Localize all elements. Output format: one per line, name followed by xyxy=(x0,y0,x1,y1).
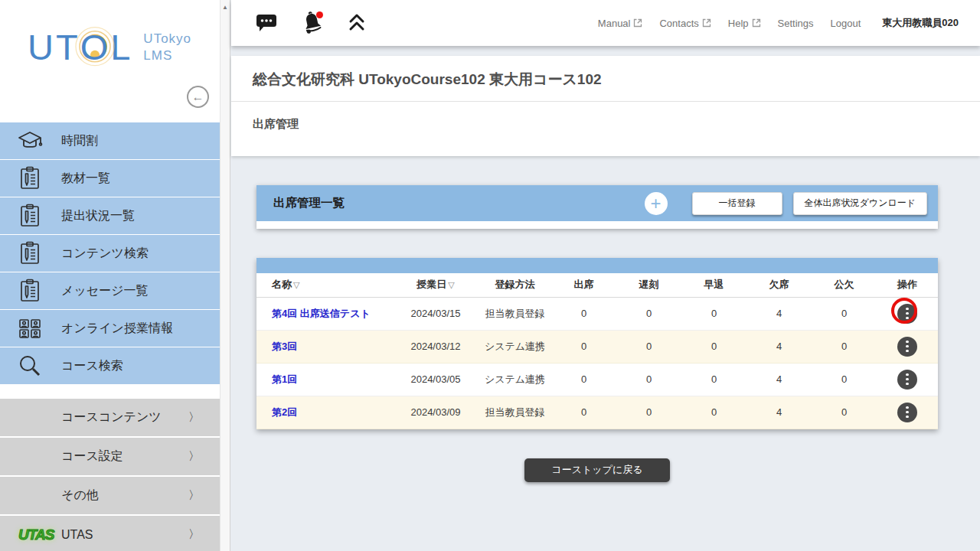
kebab-menu-icon[interactable] xyxy=(897,370,917,390)
sidebar-item-timetable[interactable]: 時間割 xyxy=(0,122,220,159)
online-class-icon xyxy=(15,318,44,339)
cell-absent: 4 xyxy=(746,330,812,363)
cell-excused: 0 xyxy=(812,297,877,330)
sidebar-group-course-contents[interactable]: コースコンテンツ 〉 xyxy=(0,399,220,436)
chevron-right-icon: 〉 xyxy=(188,449,200,464)
chevron-right-icon: 〉 xyxy=(188,527,200,542)
chat-icon[interactable] xyxy=(256,13,277,33)
topbar-links: Manual Contacts Help Settings Logout 東大用… xyxy=(598,16,959,30)
sidebar-group-course-settings[interactable]: コース設定 〉 xyxy=(0,438,220,475)
sidebar-item-label: 教材一覧 xyxy=(61,171,110,187)
cell-class-date: 2024/03/12 xyxy=(393,330,479,363)
graduation-cap-icon xyxy=(15,130,44,152)
course-title: 総合文化研究科 UTokyoCourse102 東大用コース102 xyxy=(231,56,980,102)
table-row: 第1回 2024/03/05 システム連携 0 0 0 4 0 xyxy=(256,363,938,396)
cell-late: 0 xyxy=(616,330,681,363)
header-name[interactable]: 名称▽ xyxy=(256,273,393,297)
cell-present: 0 xyxy=(551,363,616,396)
kebab-menu-icon[interactable] xyxy=(897,304,917,324)
cell-late: 0 xyxy=(616,363,681,396)
attendance-table-block: 名称▽ 授業日▽ 登録方法 出席 遅刻 早退 欠席 公欠 操作 第4回 出席送信… xyxy=(256,258,938,429)
attendance-item-link[interactable]: 第4回 出席送信テスト xyxy=(272,308,371,319)
cell-registration-method: 担当教員登録 xyxy=(479,396,551,429)
page-title: 出席管理 xyxy=(231,102,980,156)
sidebar-item-materials[interactable]: 教材一覧 xyxy=(0,160,220,197)
header-class-date[interactable]: 授業日▽ xyxy=(393,273,479,297)
cell-early-leave: 0 xyxy=(681,330,746,363)
header-early-leave: 早退 xyxy=(681,273,746,297)
attendance-item-link[interactable]: 第3回 xyxy=(272,341,297,352)
manual-link[interactable]: Manual xyxy=(598,18,643,29)
cell-registration-method: 担当教員登録 xyxy=(479,297,551,330)
content-area: 出席管理一覧 + 一括登録 全体出席状況ダウンロード 名称▽ 授業日▽ xyxy=(231,156,980,482)
attendance-item-link[interactable]: 第1回 xyxy=(272,373,297,385)
cell-excused: 0 xyxy=(812,330,877,363)
cell-early-leave: 0 xyxy=(681,297,746,330)
username: 東大用教職員020 xyxy=(882,16,959,30)
clipboard-icon xyxy=(15,241,44,266)
cell-early-leave: 0 xyxy=(681,363,746,396)
sidebar-item-label: コース検索 xyxy=(61,358,123,374)
settings-link[interactable]: Settings xyxy=(778,18,814,29)
back-button-wrap: コーストップに戻る xyxy=(256,458,938,482)
sidebar: UTOL UTokyoLMS ← 時間割 教材一覧 提出状況一覧 コンテンツ検索… xyxy=(0,0,220,551)
bulk-register-button[interactable]: 一括登録 xyxy=(692,192,782,215)
plus-icon: + xyxy=(651,194,662,213)
sidebar-group-label: その他 xyxy=(61,487,99,504)
cell-class-date: 2024/03/05 xyxy=(393,363,479,396)
sidebar-item-submission-status[interactable]: 提出状況一覧 xyxy=(0,197,220,234)
logout-link[interactable]: Logout xyxy=(831,18,861,29)
header-present: 出席 xyxy=(551,273,616,297)
topbar-icons xyxy=(256,11,366,35)
external-link-icon xyxy=(633,18,642,28)
sidebar-group-others[interactable]: その他 〉 xyxy=(0,477,220,514)
sidebar-item-label: 時間割 xyxy=(61,133,98,149)
main-area: Manual Contacts Help Settings Logout 東大用… xyxy=(231,0,980,551)
sidebar-item-label: 提出状況一覧 xyxy=(61,208,135,224)
sidebar-group-label: コースコンテンツ xyxy=(61,409,162,425)
attendance-item-link[interactable]: 第2回 xyxy=(272,406,297,418)
page-header-panel: 総合文化研究科 UTokyoCourse102 東大用コース102 出席管理 xyxy=(231,56,980,156)
cell-present: 0 xyxy=(551,330,616,363)
chevron-right-icon: 〉 xyxy=(188,488,200,503)
scrollbar-up-arrow-icon[interactable]: ▲ xyxy=(220,0,230,11)
sidebar-group-label: コース設定 xyxy=(61,448,123,465)
sort-triangle-icon[interactable]: ▽ xyxy=(448,280,454,289)
kebab-menu-icon[interactable] xyxy=(897,403,917,422)
panel-footer-strip xyxy=(256,221,938,229)
sidebar-item-content-search[interactable]: コンテンツ検索 xyxy=(0,235,220,272)
sidebar-section-gap xyxy=(0,385,220,399)
utol-logo-text: UTOL xyxy=(28,29,132,65)
add-attendance-button[interactable]: + xyxy=(645,192,668,215)
external-link-icon xyxy=(702,18,711,28)
download-all-attendance-button[interactable]: 全体出席状況ダウンロード xyxy=(793,192,927,215)
sidebar-group-label: UTAS xyxy=(61,528,93,542)
sidebar-item-online-class-info[interactable]: オンライン授業情報 xyxy=(0,310,220,347)
sidebar-scrollbar[interactable]: ▲ xyxy=(220,0,230,551)
sidebar-item-messages[interactable]: メッセージ一覧 xyxy=(0,272,220,309)
back-to-course-top-button[interactable]: コーストップに戻る xyxy=(524,458,670,482)
table-row: 第2回 2024/03/09 担当教員登録 0 0 0 4 0 xyxy=(256,396,938,429)
contacts-link[interactable]: Contacts xyxy=(659,18,710,29)
help-link[interactable]: Help xyxy=(728,18,761,29)
notifications-bell-icon[interactable] xyxy=(300,11,325,35)
sidebar-collapse-button[interactable]: ← xyxy=(187,86,209,108)
cell-class-date: 2024/03/09 xyxy=(393,396,479,429)
sidebar-item-course-search[interactable]: コース検索 xyxy=(0,347,220,384)
sort-triangle-icon[interactable]: ▽ xyxy=(293,280,299,289)
header-actions: 操作 xyxy=(877,273,938,297)
search-icon xyxy=(15,354,44,378)
table-top-strip xyxy=(256,258,938,273)
cell-absent: 4 xyxy=(746,396,812,429)
clipboard-icon xyxy=(15,166,44,191)
sidebar-item-label: メッセージ一覧 xyxy=(61,283,149,299)
clipboard-icon xyxy=(15,204,44,228)
kebab-menu-icon[interactable] xyxy=(897,337,917,357)
logo-area: UTOL UTokyoLMS ← xyxy=(0,0,220,122)
cell-registration-method: システム連携 xyxy=(479,363,551,396)
table-header-row: 名称▽ 授業日▽ 登録方法 出席 遅刻 早退 欠席 公欠 操作 xyxy=(256,273,938,297)
cell-class-date: 2024/03/15 xyxy=(393,297,479,330)
sidebar-item-label: コンテンツ検索 xyxy=(61,246,149,262)
sidebar-group-utas[interactable]: UTAS UTAS 〉 xyxy=(0,516,220,551)
collapse-topbar-double-chevron-up-icon[interactable] xyxy=(348,13,366,33)
